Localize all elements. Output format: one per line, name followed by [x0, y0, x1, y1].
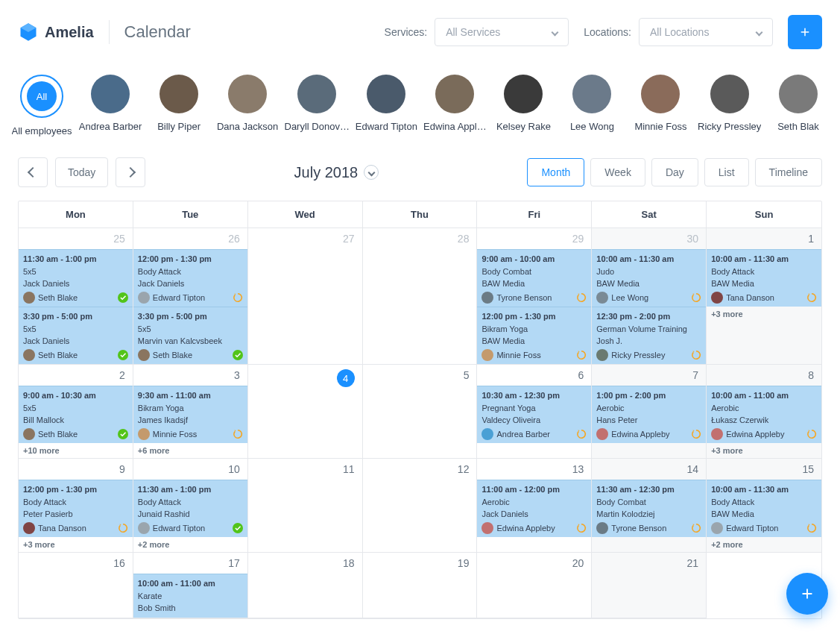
more-link[interactable]: +3 more — [707, 443, 821, 458]
calendar-event[interactable]: 10:00 am - 11:00 amKarateBob Smith — [133, 574, 247, 618]
calendar-event[interactable]: 10:00 am - 11:30 amBody AttackBAW MediaE… — [707, 480, 821, 537]
view-tab-list[interactable]: List — [704, 158, 749, 186]
calendar-cell[interactable]: 1411:30 am - 12:30 pmBody CombatMartin K… — [592, 459, 707, 553]
pending-icon — [806, 523, 817, 533]
calendar-event[interactable]: 12:30 pm - 2:00 pmGerman Volume Training… — [592, 307, 706, 364]
weekday-sun: Sun — [707, 201, 821, 228]
calendar-event[interactable]: 12:00 pm - 1:30 pmBikram YogaBAW MediaMi… — [477, 307, 591, 364]
calendar-cell[interactable]: 2511:30 am - 1:00 pm5x5Jack DanielsSeth … — [19, 228, 133, 365]
page-title: Calendar — [124, 22, 191, 42]
employee-filter-kelsey-rake[interactable]: Kelsey Rake — [499, 75, 547, 136]
more-link[interactable]: +3 more — [19, 537, 133, 552]
employee-filter-daryll-donov-[interactable]: Daryll Donov… — [292, 75, 341, 136]
locations-select[interactable]: All Locations — [639, 18, 773, 46]
calendar-cell[interactable]: 299:00 am - 10:00 amBody CombatBAW Media… — [477, 228, 592, 365]
calendar-event[interactable]: 9:00 am - 10:30 am5x5Bill MallockSeth Bl… — [19, 386, 133, 443]
calendar-event[interactable]: 3:30 pm - 5:00 pm5x5Jack DanielsSeth Bla… — [19, 307, 133, 364]
calendar-event[interactable]: 3:30 pm - 5:00 pm5x5Marvin van Kalcvsbee… — [133, 307, 247, 364]
day-number: 3 — [133, 365, 247, 386]
services-select[interactable]: All Services — [435, 18, 569, 46]
calendar-cell[interactable]: 28 — [363, 228, 478, 365]
calendar-cell[interactable]: 1510:00 am - 11:30 amBody AttackBAW Medi… — [707, 459, 821, 553]
employee-filter-dana-jackson[interactable]: Dana Jackson — [224, 75, 271, 136]
month-dropdown[interactable] — [364, 165, 379, 180]
calendar-event[interactable]: 9:00 am - 10:00 amBody CombatBAW MediaTy… — [477, 249, 591, 307]
prev-button[interactable] — [18, 157, 48, 187]
calendar-cell[interactable]: 1011:30 am - 1:00 pmBody AttackJunaid Ra… — [133, 459, 248, 553]
calendar-event[interactable]: 11:00 am - 12:00 pmAerobicJack DanielsEd… — [477, 480, 591, 537]
avatar — [596, 292, 608, 304]
avatar — [23, 428, 35, 440]
calendar-cell[interactable]: 1311:00 am - 12:00 pmAerobicJack Daniels… — [477, 459, 592, 553]
calendar-cell[interactable]: 29:00 am - 10:30 am5x5Bill MallockSeth B… — [19, 365, 133, 459]
more-link[interactable]: +6 more — [133, 443, 247, 458]
day-number: 10 — [133, 459, 247, 480]
calendar-event[interactable]: 12:00 pm - 1:30 pmBody AttackJack Daniel… — [133, 249, 247, 307]
pending-icon — [691, 523, 701, 533]
calendar-event[interactable]: 9:30 am - 11:00 amBikram YogaJames Ikads… — [133, 386, 247, 443]
calendar-event[interactable]: 11:30 am - 1:00 pm5x5Jack DanielsSeth Bl… — [19, 249, 133, 307]
more-link[interactable]: +2 more — [133, 537, 247, 552]
calendar-event[interactable]: 11:30 am - 1:00 pmBody AttackJunaid Rash… — [133, 480, 247, 537]
calendar-cell[interactable]: 16 — [19, 553, 133, 618]
more-link[interactable]: +3 more — [707, 307, 821, 321]
employee-filter-edward-tipton[interactable]: Edward Tipton — [362, 75, 410, 136]
avatar — [596, 349, 608, 361]
employee-filter-edwina-appl-[interactable]: Edwina Appl… — [431, 75, 479, 136]
calendar-cell[interactable]: 3010:00 am - 11:30 amJudoBAW MediaLee Wo… — [592, 228, 707, 365]
calendar-cell[interactable]: 4 — [248, 365, 363, 459]
employee-filter-lee-wong[interactable]: Lee Wong — [568, 75, 616, 136]
calendar-event[interactable]: 10:30 am - 12:30 pmPregnant YogaValdecy … — [477, 386, 591, 443]
calendar-cell[interactable]: 19 — [363, 553, 478, 618]
next-button[interactable] — [116, 157, 145, 187]
calendar-cell[interactable]: 18 — [248, 553, 363, 618]
locations-filter: Locations: All Locations — [584, 18, 773, 46]
view-tab-timeline[interactable]: Timeline — [755, 158, 822, 186]
employee-filter-seth-blak[interactable]: Seth Blak — [774, 75, 822, 136]
employee-filter-billy-piper[interactable]: Billy Piper — [155, 75, 203, 136]
avatar — [297, 75, 336, 113]
pending-icon — [576, 350, 587, 360]
calendar-toolbar: Today July 2018 MonthWeekDayListTimeline — [0, 144, 840, 201]
fab-add-button[interactable] — [786, 573, 828, 615]
more-link[interactable]: +10 more — [19, 443, 133, 458]
employee-filter-minnie-foss[interactable]: Minnie Foss — [637, 75, 684, 136]
calendar-event[interactable]: 10:00 am - 11:30 amJudoBAW MediaLee Wong — [592, 249, 706, 307]
calendar-cell[interactable]: 21 — [592, 553, 707, 618]
approved-icon — [118, 292, 128, 303]
view-tab-month[interactable]: Month — [527, 158, 584, 186]
calendar-event[interactable]: 10:00 am - 11:00 amAerobicŁukasz Czerwik… — [707, 386, 821, 443]
more-link[interactable]: +2 more — [707, 537, 821, 552]
calendar-cell[interactable]: 912:00 pm - 1:30 pmBody AttackPeter Pasi… — [19, 459, 133, 553]
calendar-cell[interactable]: 27 — [248, 228, 363, 365]
calendar-cell[interactable]: 39:30 am - 11:00 amBikram YogaJames Ikad… — [133, 365, 248, 459]
calendar-cell[interactable]: 2612:00 pm - 1:30 pmBody AttackJack Dani… — [133, 228, 248, 365]
avatar — [160, 75, 198, 113]
calendar-cell[interactable]: 110:00 am - 11:30 amBody AttackBAW Media… — [707, 228, 821, 365]
avatar — [711, 522, 723, 534]
add-button[interactable] — [788, 15, 822, 49]
calendar-cell[interactable]: 810:00 am - 11:00 amAerobicŁukasz Czerwi… — [707, 365, 821, 459]
calendar-cell[interactable]: 610:30 am - 12:30 pmPregnant YogaValdecy… — [477, 365, 592, 459]
calendar-cell[interactable]: 1710:00 am - 11:00 amKarateBob Smith — [133, 553, 248, 618]
avatar — [138, 428, 150, 440]
view-tab-day[interactable]: Day — [651, 158, 698, 186]
pending-icon — [576, 429, 587, 439]
calendar-cell[interactable]: 12 — [363, 459, 478, 553]
calendar-cell[interactable]: 20 — [477, 553, 592, 618]
employee-filter-ricky-pressley[interactable]: Ricky Pressley — [705, 75, 754, 136]
today-button[interactable]: Today — [55, 157, 108, 187]
view-tab-week[interactable]: Week — [590, 158, 645, 186]
brand-name: Amelia — [45, 24, 94, 41]
calendar-cell[interactable]: 11 — [248, 459, 363, 553]
calendar-cell[interactable]: 71:00 pm - 2:00 pmAerobicHans PeterEdwin… — [592, 365, 707, 459]
calendar-event[interactable]: 11:30 am - 12:30 pmBody CombatMartin Kol… — [592, 480, 706, 537]
calendar-body: 2511:30 am - 1:00 pm5x5Jack DanielsSeth … — [19, 228, 821, 618]
calendar-event[interactable]: 1:00 pm - 2:00 pmAerobicHans PeterEdwina… — [592, 386, 706, 443]
employee-filter-andrea-barber[interactable]: Andrea Barber — [86, 75, 134, 136]
calendar-event[interactable]: 12:00 pm - 1:30 pmBody AttackPeter Pasie… — [19, 480, 133, 537]
calendar-cell[interactable]: 5 — [363, 365, 478, 459]
day-number: 4 — [248, 365, 362, 392]
employee-filter-all-employees[interactable]: AllAll employees — [18, 75, 66, 136]
calendar-event[interactable]: 10:00 am - 11:30 amBody AttackBAW MediaT… — [707, 249, 821, 307]
